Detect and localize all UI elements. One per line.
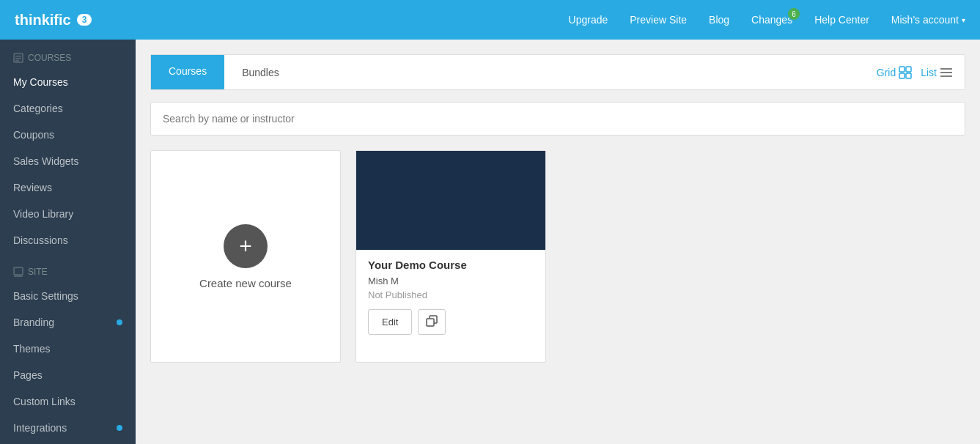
view-toggle: Grid List bbox=[877, 66, 965, 79]
sidebar-item-reviews[interactable]: Reviews bbox=[0, 174, 136, 201]
grid-view-toggle[interactable]: Grid bbox=[877, 66, 912, 79]
create-course-icon: + bbox=[224, 224, 268, 268]
sidebar-item-categories[interactable]: Categories bbox=[0, 95, 136, 122]
sidebar-item-themes[interactable]: Themes bbox=[0, 336, 136, 362]
tab-courses[interactable]: Courses bbox=[151, 55, 224, 89]
copy-icon bbox=[426, 318, 438, 329]
create-course-card[interactable]: + Create new course bbox=[150, 150, 341, 363]
nav-badge: 3 bbox=[77, 14, 92, 26]
course-actions: Edit bbox=[368, 309, 534, 345]
svg-rect-2 bbox=[15, 58, 21, 59]
sidebar-item-video-library[interactable]: Video Library bbox=[0, 201, 136, 227]
course-card-demo: Your Demo Course Mish M Not Published Ed… bbox=[355, 150, 546, 363]
sidebar-item-coupons[interactable]: Coupons bbox=[0, 122, 136, 148]
svg-rect-7 bbox=[906, 67, 911, 72]
nav-links: Upgrade Preview Site Blog Changes 6 Help… bbox=[569, 14, 965, 26]
nav-upgrade[interactable]: Upgrade bbox=[569, 14, 608, 26]
sidebar-item-basic-settings[interactable]: Basic Settings bbox=[0, 283, 136, 309]
integrations-dot bbox=[117, 425, 122, 431]
edit-course-button[interactable]: Edit bbox=[368, 309, 412, 335]
sidebar: Courses My Courses Categories Coupons Sa… bbox=[0, 40, 136, 444]
tabs-row: Courses Bundles Grid List bbox=[150, 54, 965, 90]
svg-rect-1 bbox=[15, 56, 21, 57]
sidebar-item-discussions[interactable]: Discussions bbox=[0, 227, 136, 254]
courses-grid: + Create new course Your Demo Course Mis… bbox=[150, 150, 965, 363]
branding-dot bbox=[117, 319, 122, 325]
svg-rect-3 bbox=[15, 60, 19, 62]
chevron-down-icon: ▾ bbox=[962, 16, 965, 24]
tab-list: Courses Bundles bbox=[151, 55, 297, 89]
nav-account[interactable]: Mish's account ▾ bbox=[891, 14, 965, 26]
search-bar bbox=[150, 102, 965, 136]
course-title: Your Demo Course bbox=[368, 259, 534, 271]
app-layout: Courses My Courses Categories Coupons Sa… bbox=[0, 40, 980, 444]
changes-badge: 6 bbox=[788, 8, 800, 20]
sidebar-item-custom-links[interactable]: Custom Links bbox=[0, 388, 136, 415]
sidebar-item-my-courses[interactable]: My Courses bbox=[0, 69, 136, 95]
svg-rect-8 bbox=[899, 73, 905, 78]
sidebar-item-integrations[interactable]: Integrations bbox=[0, 415, 136, 441]
sidebar-item-notifications[interactable]: Notifications bbox=[0, 441, 136, 444]
sidebar-site-header: Site bbox=[0, 254, 136, 283]
tab-bundles[interactable]: Bundles bbox=[224, 55, 297, 89]
main-content: Courses Bundles Grid List bbox=[136, 40, 980, 444]
sidebar-courses-header: Courses bbox=[0, 40, 136, 69]
copy-course-button[interactable] bbox=[418, 309, 446, 335]
course-thumbnail bbox=[356, 151, 545, 250]
brand-logo[interactable]: thinkific bbox=[15, 12, 71, 29]
nav-preview-site[interactable]: Preview Site bbox=[630, 14, 687, 26]
nav-help-center[interactable]: Help Center bbox=[814, 14, 869, 26]
course-info: Your Demo Course Mish M Not Published Ed… bbox=[356, 250, 545, 354]
svg-rect-6 bbox=[899, 67, 905, 72]
svg-rect-4 bbox=[14, 267, 23, 275]
svg-rect-14 bbox=[427, 319, 434, 326]
sidebar-item-branding[interactable]: Branding bbox=[0, 309, 136, 336]
nav-changes[interactable]: Changes 6 bbox=[751, 14, 792, 26]
nav-blog[interactable]: Blog bbox=[709, 14, 729, 26]
course-instructor: Mish M bbox=[368, 275, 534, 286]
svg-rect-9 bbox=[906, 73, 911, 78]
list-view-toggle[interactable]: List bbox=[921, 66, 953, 79]
course-status: Not Published bbox=[368, 289, 534, 300]
sidebar-item-pages[interactable]: Pages bbox=[0, 362, 136, 388]
create-course-label: Create new course bbox=[199, 277, 292, 289]
sidebar-item-sales-widgets[interactable]: Sales Widgets bbox=[0, 148, 136, 174]
top-nav: thinkific 3 Upgrade Preview Site Blog Ch… bbox=[0, 0, 980, 40]
search-input[interactable] bbox=[151, 103, 965, 135]
